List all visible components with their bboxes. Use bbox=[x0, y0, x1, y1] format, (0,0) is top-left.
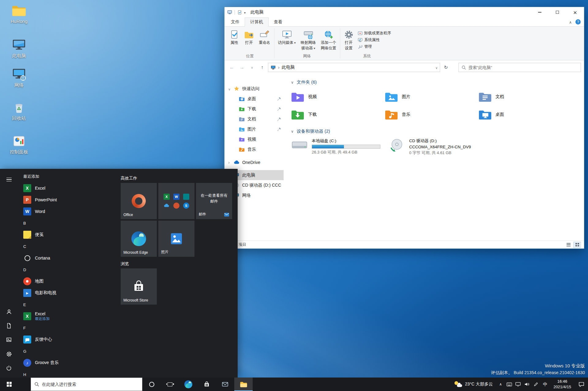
tab-computer[interactable]: 计算机 bbox=[245, 17, 269, 27]
tile-microsoft-store[interactable]: Microsoft Store bbox=[121, 268, 157, 305]
open-settings-button[interactable]: 打开 设置 bbox=[342, 28, 356, 51]
app-section-header[interactable]: H bbox=[19, 369, 116, 378]
refresh-icon[interactable] bbox=[442, 63, 450, 72]
pen-tray-icon[interactable] bbox=[531, 378, 540, 391]
app-section-header[interactable]: B bbox=[19, 217, 116, 229]
recent-locations-dropdown-icon[interactable] bbox=[248, 63, 256, 72]
app-section-header[interactable]: F bbox=[19, 322, 116, 334]
manage-button[interactable]: 管理 bbox=[358, 44, 391, 49]
taskbar-mail-button[interactable] bbox=[216, 378, 234, 391]
help-icon[interactable] bbox=[575, 19, 581, 25]
network-tray-icon[interactable] bbox=[514, 378, 522, 391]
minimize-button[interactable] bbox=[531, 7, 548, 17]
add-network-location-button[interactable]: 添加一个 网络位置 bbox=[319, 28, 338, 51]
folder-item-music[interactable]: 音乐 bbox=[385, 107, 473, 122]
desktop-icon-network[interactable]: 网络 bbox=[4, 68, 34, 88]
desktop-icon-this-pc[interactable]: 此电脑 bbox=[4, 39, 34, 59]
app-item-excel-recent[interactable]: Excel最近添加 bbox=[19, 310, 116, 322]
rename-button[interactable]: 重命名 bbox=[257, 28, 273, 46]
nav-documents[interactable]: 文档 bbox=[224, 114, 284, 124]
chevron-down-icon[interactable] bbox=[228, 86, 231, 91]
taskbar-weather-widget[interactable]: 23°C 大部多云 bbox=[451, 378, 496, 391]
cortana-button[interactable] bbox=[142, 378, 161, 391]
tile-photos[interactable]: 照片 bbox=[158, 221, 194, 257]
folder-item-videos[interactable]: 视频 bbox=[291, 89, 379, 104]
forward-button[interactable] bbox=[238, 63, 246, 72]
details-view-button[interactable] bbox=[565, 242, 572, 248]
desktop-icon-control-panel[interactable]: 控制面板 bbox=[4, 135, 34, 155]
back-button[interactable] bbox=[228, 63, 236, 72]
properties-button[interactable]: 属性 bbox=[227, 28, 241, 46]
up-button[interactable] bbox=[258, 63, 266, 72]
open-button[interactable]: 打开 bbox=[242, 28, 256, 46]
devices-section-header[interactable]: 设备和驱动器 (2) bbox=[291, 128, 584, 135]
settings-button[interactable] bbox=[2, 347, 16, 361]
nav-desktop[interactable]: 桌面 bbox=[224, 94, 284, 104]
desktop-icon-recycle-bin[interactable]: 回收站 bbox=[4, 101, 34, 121]
start-button[interactable] bbox=[0, 378, 18, 391]
app-section-header[interactable]: G bbox=[19, 345, 116, 357]
tile-group-title[interactable]: 高效工作 bbox=[121, 174, 238, 183]
app-section-header[interactable]: E bbox=[19, 299, 116, 310]
tile-office[interactable]: Office bbox=[121, 183, 157, 219]
app-item-cortana[interactable]: Cortana bbox=[19, 252, 116, 264]
desktop-icon-hurong-folder[interactable]: HuRong bbox=[4, 4, 34, 24]
title-bar[interactable]: 此电脑 bbox=[224, 7, 584, 17]
drive-item-d[interactable]: CD 驱动器 (D:) CCCOMA_X64FRE_ZH-CN_DV9 0 字节… bbox=[388, 138, 520, 156]
app-section-header[interactable]: 最近添加 bbox=[19, 171, 116, 182]
nav-videos[interactable]: 视频 bbox=[224, 134, 284, 144]
breadcrumb[interactable]: 此电脑 bbox=[282, 65, 295, 70]
uninstall-programs-button[interactable]: 卸载或更改程序 bbox=[358, 31, 391, 36]
app-item-excel[interactable]: Excel bbox=[19, 182, 116, 194]
nav-pictures[interactable]: 图片 bbox=[224, 124, 284, 134]
explorer-search-box[interactable] bbox=[458, 63, 581, 72]
system-properties-button[interactable]: 系统属性 bbox=[358, 37, 391, 43]
app-item-movies-tv[interactable]: 电影和电视 bbox=[19, 287, 116, 299]
map-network-drive-button[interactable]: 映射网络 驱动器 bbox=[299, 28, 318, 51]
app-item-feedback-hub[interactable]: 反馈中心 bbox=[19, 334, 116, 345]
folder-item-downloads[interactable]: 下载 bbox=[291, 107, 379, 122]
app-section-header[interactable]: C bbox=[19, 241, 116, 252]
folder-item-desktop[interactable]: 桌面 bbox=[478, 107, 567, 122]
taskbar-search-box[interactable] bbox=[31, 378, 142, 391]
nav-downloads[interactable]: 下载 bbox=[224, 104, 284, 114]
app-item-powerpoint[interactable]: PowerPoint bbox=[19, 194, 116, 206]
show-hidden-icons-chevron[interactable] bbox=[496, 378, 505, 391]
nav-onedrive[interactable]: OneDrive bbox=[224, 157, 284, 167]
taskbar-store-button[interactable] bbox=[198, 378, 216, 391]
properties-quick-icon[interactable] bbox=[237, 10, 242, 15]
address-bar[interactable]: 此电脑 bbox=[268, 63, 440, 72]
folders-section-header[interactable]: 文件夹 (6) bbox=[291, 79, 584, 85]
power-button[interactable] bbox=[2, 361, 16, 375]
chevron-right-icon[interactable] bbox=[228, 160, 230, 165]
user-account-button[interactable] bbox=[2, 305, 16, 319]
app-item-groove-music[interactable]: Groove 音乐 bbox=[19, 357, 116, 369]
taskbar-search-input[interactable] bbox=[42, 382, 139, 387]
nav-quick-access[interactable]: 快速访问 bbox=[224, 84, 284, 94]
folder-item-documents[interactable]: 文档 bbox=[478, 89, 567, 104]
tile-edge[interactable]: Microsoft Edge bbox=[121, 221, 157, 257]
collapse-ribbon-icon[interactable] bbox=[569, 20, 572, 25]
taskbar-file-explorer-button[interactable] bbox=[234, 378, 253, 391]
tab-view[interactable]: 查看 bbox=[269, 17, 288, 26]
explorer-search-input[interactable] bbox=[469, 65, 578, 70]
customize-toolbar-dropdown-icon[interactable] bbox=[244, 10, 246, 15]
thumbnails-view-button[interactable] bbox=[573, 242, 581, 248]
action-center-button[interactable] bbox=[575, 378, 588, 391]
taskbar-clock[interactable]: 16:46 2021/4/15 bbox=[550, 379, 575, 389]
nav-music[interactable]: 音乐 bbox=[224, 144, 284, 154]
app-item-word[interactable]: Word bbox=[19, 206, 116, 217]
tile-group-title[interactable]: 浏览 bbox=[121, 259, 238, 268]
documents-button[interactable] bbox=[2, 319, 16, 333]
app-item-maps[interactable]: 地图 bbox=[19, 275, 116, 287]
tile-mail-accounts[interactable] bbox=[158, 183, 194, 219]
address-dropdown-icon[interactable] bbox=[435, 65, 438, 70]
pictures-button[interactable] bbox=[2, 333, 16, 347]
tab-file[interactable]: 文件 bbox=[226, 17, 245, 26]
tile-mail[interactable]: 在一处查看所有邮件 邮件 bbox=[196, 183, 232, 219]
task-view-button[interactable] bbox=[161, 378, 179, 391]
taskbar-edge-button[interactable] bbox=[179, 378, 198, 391]
folder-item-pictures[interactable]: 图片 bbox=[385, 89, 473, 104]
access-media-button[interactable]: 访问媒体 bbox=[276, 28, 298, 46]
close-button[interactable] bbox=[566, 7, 584, 17]
